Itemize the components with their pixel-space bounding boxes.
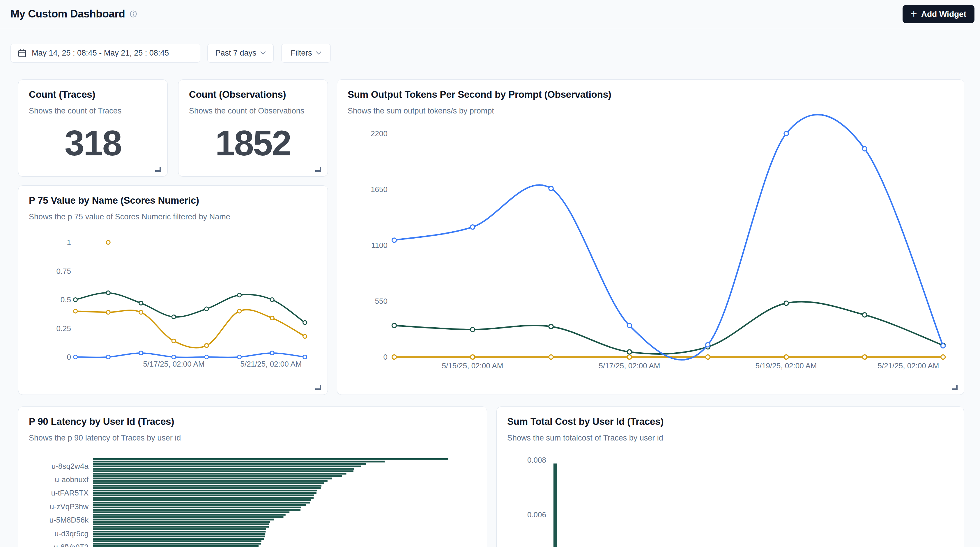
resize-handle-icon[interactable] — [155, 167, 161, 172]
svg-text:0.25: 0.25 — [56, 324, 71, 333]
filters-dropdown[interactable]: Filters — [281, 44, 331, 63]
svg-text:550: 550 — [375, 297, 388, 306]
resize-handle-icon[interactable] — [952, 385, 958, 390]
svg-text:0.008: 0.008 — [527, 456, 546, 465]
widget-card-tokens-per-second: 05501100165022005/15/25, 02:00 AM5/17/25… — [337, 79, 964, 395]
widget-card-count-traces: Count (Traces) Shows the count of Traces… — [18, 79, 168, 177]
metric-value: 318 — [18, 123, 167, 163]
svg-text:0: 0 — [383, 353, 388, 361]
widget-title: Count (Traces) — [29, 89, 157, 100]
title-wrap: My Custom Dashboard — [0, 8, 137, 20]
svg-text:1100: 1100 — [371, 241, 388, 250]
svg-text:0: 0 — [67, 353, 71, 361]
svg-text:0.006: 0.006 — [527, 511, 546, 519]
tokens-line-chart[interactable]: 05501100165022005/15/25, 02:00 AM5/17/25… — [337, 80, 964, 395]
chevron-down-icon — [316, 51, 321, 55]
p90-bar-chart[interactable]: u-8sq2w4au-aobnuxfu-tFAR5TXu-zVqP3hwu-5M… — [18, 407, 487, 547]
date-range-label: May 14, 25 : 08:45 - May 21, 25 : 08:45 — [32, 49, 169, 58]
widget-title: Count (Observations) — [189, 89, 317, 100]
widget-card-p90-latency: u-8sq2w4au-aobnuxfu-tFAR5TXu-zVqP3hwu-5M… — [18, 406, 487, 547]
svg-text:u-d3qr5cg: u-d3qr5cg — [54, 529, 89, 538]
add-widget-button[interactable]: + Add Widget — [902, 5, 974, 23]
chevron-down-icon — [260, 51, 266, 55]
svg-text:5/21/25, 02:00 AM: 5/21/25, 02:00 AM — [878, 361, 939, 370]
svg-text:5/17/25, 02:00 AM: 5/17/25, 02:00 AM — [598, 361, 660, 370]
cost-bar-chart[interactable]: 0.0080.006 — [497, 407, 964, 547]
svg-text:2200: 2200 — [371, 129, 388, 138]
widget-card-p75-value: 00.250.50.7515/17/25, 02:00 AM5/21/25, 0… — [18, 186, 328, 395]
svg-text:0.75: 0.75 — [56, 267, 71, 276]
date-range-picker[interactable]: May 14, 25 : 08:45 - May 21, 25 : 08:45 — [11, 44, 200, 63]
svg-text:1650: 1650 — [371, 185, 388, 194]
svg-text:5/17/25, 02:00 AM: 5/17/25, 02:00 AM — [143, 360, 204, 368]
page-title: My Custom Dashboard — [11, 8, 125, 20]
svg-text:u-8fVa9T3: u-8fVa9T3 — [54, 543, 89, 547]
widget-card-count-observations: Count (Observations) Shows the count of … — [178, 79, 328, 177]
metric-value: 1852 — [178, 123, 328, 163]
page-header: My Custom Dashboard + Add Widget — [0, 0, 980, 28]
p75-line-chart[interactable]: 00.250.50.7515/17/25, 02:00 AM5/21/25, 0… — [18, 186, 328, 395]
svg-text:u-zVqP3hw: u-zVqP3hw — [50, 502, 89, 511]
svg-text:u-tFAR5TX: u-tFAR5TX — [51, 488, 89, 497]
svg-text:5/19/25, 02:00 AM: 5/19/25, 02:00 AM — [755, 361, 817, 370]
svg-text:1: 1 — [67, 238, 71, 247]
svg-text:u-aobnuxf: u-aobnuxf — [55, 475, 89, 484]
resize-handle-icon[interactable] — [315, 385, 321, 390]
widget-subtitle: Shows the count of Traces — [29, 106, 157, 116]
add-widget-label: Add Widget — [921, 10, 966, 19]
svg-text:0.5: 0.5 — [60, 295, 71, 304]
filters-label: Filters — [291, 49, 312, 58]
date-preset-dropdown[interactable]: Past 7 days — [207, 44, 274, 63]
svg-text:u-8sq2w4a: u-8sq2w4a — [51, 462, 89, 471]
info-icon[interactable] — [130, 10, 137, 18]
svg-text:5/21/25, 02:00 AM: 5/21/25, 02:00 AM — [240, 360, 302, 368]
date-preset-label: Past 7 days — [215, 49, 256, 58]
resize-handle-icon[interactable] — [315, 167, 321, 172]
widget-subtitle: Shows the count of Observations — [189, 106, 317, 116]
widget-card-sum-total-cost: 0.0080.006 Sum Total Cost by User Id (Tr… — [496, 406, 964, 547]
dashboard-page: My Custom Dashboard + Add Widget May 14,… — [0, 0, 980, 547]
svg-text:u-5M8D56k: u-5M8D56k — [49, 515, 89, 524]
calendar-icon — [18, 49, 27, 58]
svg-text:5/15/25, 02:00 AM: 5/15/25, 02:00 AM — [442, 361, 503, 370]
